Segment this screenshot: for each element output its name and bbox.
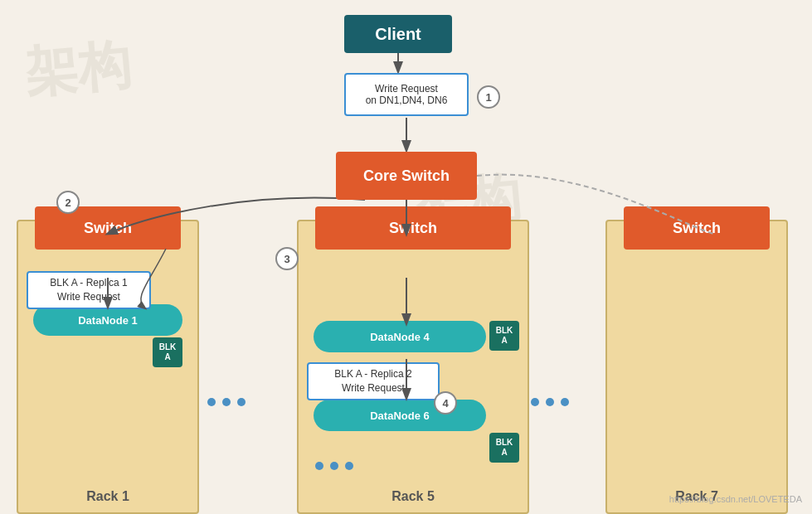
rack-1-label: Rack 1	[18, 489, 197, 504]
number-3: 3	[275, 247, 299, 270]
replica-2-box: BLK A - Replica 2Write Request	[307, 362, 440, 400]
switch-rack7: Switch	[624, 206, 770, 250]
number-2: 2	[56, 191, 80, 214]
write-request-box: Write Request on DN1,DN4, DN6	[344, 73, 469, 116]
rack-1: Switch DataNode 1 BLKA BLK A - Replica 1…	[17, 220, 199, 514]
dots-middle-2	[531, 398, 569, 406]
blk-a-dn6: BLKA	[489, 433, 519, 463]
switch-rack1: Switch	[35, 206, 181, 250]
dots-rack5-bottom	[315, 462, 353, 470]
blk-a-dn4: BLKA	[489, 321, 519, 351]
client-box: Client	[344, 15, 452, 53]
write-request-label: Write Request on DN1,DN4, DN6	[366, 83, 448, 106]
diagram-container: 架构 架构 数据 Client	[0, 0, 812, 514]
datanode-4: DataNode 4	[314, 321, 486, 352]
dots-middle-1	[207, 398, 246, 406]
number-1: 1	[477, 85, 500, 109]
datanode-6: DataNode 6	[314, 400, 486, 431]
rack-7: Switch Rack 7	[605, 220, 788, 514]
url-text: https://blog.csdn.net/LOVETEDA	[669, 494, 802, 504]
replica-1-box: BLK A - Replica 1Write Request	[27, 271, 151, 309]
datanode-1: DataNode 1	[33, 304, 182, 336]
core-switch-label: Core Switch	[363, 167, 450, 185]
number-4: 4	[434, 391, 457, 415]
core-switch-box: Core Switch	[336, 152, 477, 200]
rack-5-label: Rack 5	[299, 489, 528, 504]
watermark-1: 架构	[22, 29, 134, 110]
rack-5: Switch DataNode 4 BLKA BLK A - Replica 2…	[297, 220, 529, 514]
blk-a-rack1: BLKA	[153, 337, 182, 367]
client-label: Client	[375, 25, 421, 44]
switch-rack5: Switch	[315, 206, 511, 250]
